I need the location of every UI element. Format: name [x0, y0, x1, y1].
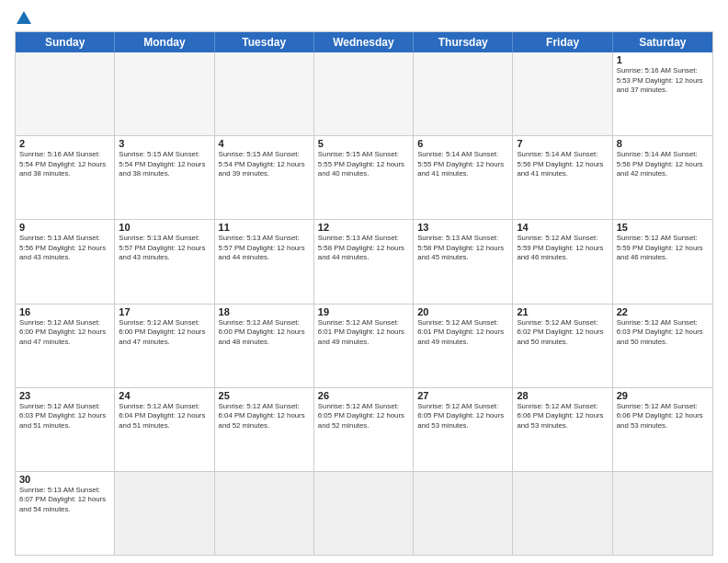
day-number: 17 [119, 306, 210, 317]
logo [15, 11, 31, 26]
day-info: Sunrise: 5:12 AM Sunset: 6:00 PM Dayligh… [19, 318, 110, 348]
day-info: Sunrise: 5:12 AM Sunset: 6:02 PM Dayligh… [517, 318, 608, 348]
day-number: 12 [318, 222, 409, 233]
calendar-cell-3-5: 13Sunrise: 5:13 AM Sunset: 5:58 PM Dayli… [414, 220, 513, 303]
calendar-cell-3-2: 10Sunrise: 5:13 AM Sunset: 5:57 PM Dayli… [115, 220, 214, 303]
calendar-cell-3-7: 15Sunrise: 5:12 AM Sunset: 5:59 PM Dayli… [613, 220, 712, 303]
day-number: 6 [417, 138, 508, 149]
day-number: 15 [617, 222, 709, 233]
day-number: 18 [219, 306, 310, 317]
day-info: Sunrise: 5:13 AM Sunset: 5:58 PM Dayligh… [318, 234, 409, 263]
calendar-cell-3-4: 12Sunrise: 5:13 AM Sunset: 5:58 PM Dayli… [314, 220, 414, 303]
calendar-cell-6-3 [215, 472, 314, 555]
day-info: Sunrise: 5:15 AM Sunset: 5:54 PM Dayligh… [219, 150, 310, 179]
calendar-cell-4-7: 22Sunrise: 5:12 AM Sunset: 6:03 PM Dayli… [613, 304, 712, 387]
day-number: 23 [19, 390, 110, 401]
calendar-cell-6-5 [414, 472, 513, 555]
calendar-cell-4-6: 21Sunrise: 5:12 AM Sunset: 6:02 PM Dayli… [513, 304, 612, 387]
day-info: Sunrise: 5:12 AM Sunset: 6:00 PM Dayligh… [119, 318, 210, 348]
day-number: 7 [517, 138, 608, 149]
day-number: 28 [517, 390, 608, 401]
day-info: Sunrise: 5:14 AM Sunset: 5:56 PM Dayligh… [617, 150, 709, 179]
calendar-cell-2-6: 7Sunrise: 5:14 AM Sunset: 5:56 PM Daylig… [513, 136, 612, 219]
calendar-week-5: 23Sunrise: 5:12 AM Sunset: 6:03 PM Dayli… [16, 388, 712, 472]
calendar-week-3: 9Sunrise: 5:13 AM Sunset: 5:56 PM Daylig… [16, 220, 712, 304]
day-number: 9 [19, 222, 110, 233]
day-info: Sunrise: 5:14 AM Sunset: 5:55 PM Dayligh… [417, 150, 508, 179]
day-info: Sunrise: 5:15 AM Sunset: 5:55 PM Dayligh… [318, 150, 409, 179]
day-info: Sunrise: 5:12 AM Sunset: 6:04 PM Dayligh… [119, 402, 210, 431]
day-info: Sunrise: 5:12 AM Sunset: 6:04 PM Dayligh… [219, 402, 310, 431]
day-number: 3 [119, 138, 210, 149]
calendar-header: SundayMondayTuesdayWednesdayThursdayFrid… [16, 32, 712, 52]
day-number: 26 [318, 390, 409, 401]
calendar-cell-4-3: 18Sunrise: 5:12 AM Sunset: 6:00 PM Dayli… [215, 304, 314, 387]
day-number: 14 [517, 222, 608, 233]
day-info: Sunrise: 5:15 AM Sunset: 5:54 PM Dayligh… [119, 150, 210, 179]
calendar-cell-2-1: 2Sunrise: 5:16 AM Sunset: 5:54 PM Daylig… [16, 136, 115, 219]
day-info: Sunrise: 5:12 AM Sunset: 6:03 PM Dayligh… [617, 318, 709, 348]
header-day-thursday: Thursday [414, 32, 513, 52]
calendar-cell-3-6: 14Sunrise: 5:12 AM Sunset: 5:59 PM Dayli… [513, 220, 612, 303]
calendar-body: 1Sunrise: 5:16 AM Sunset: 5:53 PM Daylig… [16, 52, 712, 555]
day-info: Sunrise: 5:13 AM Sunset: 5:56 PM Dayligh… [19, 234, 110, 263]
logo-triangle-icon [17, 11, 31, 24]
day-info: Sunrise: 5:14 AM Sunset: 5:56 PM Dayligh… [517, 150, 608, 179]
day-number: 1 [617, 54, 709, 65]
day-number: 21 [517, 306, 608, 317]
day-number: 5 [318, 138, 409, 149]
day-info: Sunrise: 5:13 AM Sunset: 5:57 PM Dayligh… [219, 234, 310, 263]
calendar-cell-1-7: 1Sunrise: 5:16 AM Sunset: 5:53 PM Daylig… [613, 52, 712, 135]
calendar-week-1: 1Sunrise: 5:16 AM Sunset: 5:53 PM Daylig… [16, 52, 712, 136]
day-number: 24 [119, 390, 210, 401]
day-info: Sunrise: 5:12 AM Sunset: 5:59 PM Dayligh… [517, 234, 608, 263]
header-day-friday: Friday [513, 32, 612, 52]
calendar-cell-1-4 [314, 52, 414, 135]
calendar-cell-4-2: 17Sunrise: 5:12 AM Sunset: 6:00 PM Dayli… [115, 304, 214, 387]
day-info: Sunrise: 5:12 AM Sunset: 6:01 PM Dayligh… [318, 318, 409, 348]
day-info: Sunrise: 5:12 AM Sunset: 6:01 PM Dayligh… [417, 318, 508, 348]
calendar-week-4: 16Sunrise: 5:12 AM Sunset: 6:00 PM Dayli… [16, 304, 712, 388]
day-info: Sunrise: 5:13 AM Sunset: 6:07 PM Dayligh… [19, 486, 110, 515]
calendar-cell-6-6 [513, 472, 612, 555]
calendar-cell-5-3: 25Sunrise: 5:12 AM Sunset: 6:04 PM Dayli… [215, 388, 314, 471]
day-info: Sunrise: 5:12 AM Sunset: 6:05 PM Dayligh… [417, 402, 508, 431]
header [15, 11, 713, 26]
calendar-cell-2-3: 4Sunrise: 5:15 AM Sunset: 5:54 PM Daylig… [215, 136, 314, 219]
calendar-week-6: 30Sunrise: 5:13 AM Sunset: 6:07 PM Dayli… [16, 472, 712, 555]
day-info: Sunrise: 5:12 AM Sunset: 6:06 PM Dayligh… [517, 402, 608, 431]
calendar-cell-5-6: 28Sunrise: 5:12 AM Sunset: 6:06 PM Dayli… [513, 388, 612, 471]
header-day-wednesday: Wednesday [314, 32, 414, 52]
calendar-week-2: 2Sunrise: 5:16 AM Sunset: 5:54 PM Daylig… [16, 136, 712, 220]
day-number: 19 [318, 306, 409, 317]
day-info: Sunrise: 5:12 AM Sunset: 6:06 PM Dayligh… [617, 402, 709, 431]
header-day-tuesday: Tuesday [215, 32, 314, 52]
calendar: SundayMondayTuesdayWednesdayThursdayFrid… [15, 31, 713, 556]
day-number: 2 [19, 138, 110, 149]
day-number: 16 [19, 306, 110, 317]
calendar-cell-1-2 [115, 52, 214, 135]
day-number: 22 [617, 306, 709, 317]
calendar-cell-4-4: 19Sunrise: 5:12 AM Sunset: 6:01 PM Dayli… [314, 304, 414, 387]
day-info: Sunrise: 5:13 AM Sunset: 5:57 PM Dayligh… [119, 234, 210, 263]
calendar-cell-4-1: 16Sunrise: 5:12 AM Sunset: 6:00 PM Dayli… [16, 304, 115, 387]
calendar-cell-5-2: 24Sunrise: 5:12 AM Sunset: 6:04 PM Dayli… [115, 388, 214, 471]
calendar-cell-3-1: 9Sunrise: 5:13 AM Sunset: 5:56 PM Daylig… [16, 220, 115, 303]
calendar-cell-1-1 [16, 52, 115, 135]
calendar-cell-1-3 [215, 52, 314, 135]
day-number: 11 [219, 222, 310, 233]
day-number: 4 [219, 138, 310, 149]
calendar-cell-2-5: 6Sunrise: 5:14 AM Sunset: 5:55 PM Daylig… [414, 136, 513, 219]
calendar-cell-3-3: 11Sunrise: 5:13 AM Sunset: 5:57 PM Dayli… [215, 220, 314, 303]
calendar-cell-6-7 [613, 472, 712, 555]
calendar-cell-1-5 [414, 52, 513, 135]
day-info: Sunrise: 5:12 AM Sunset: 6:05 PM Dayligh… [318, 402, 409, 431]
header-day-monday: Monday [115, 32, 214, 52]
day-number: 10 [119, 222, 210, 233]
day-info: Sunrise: 5:12 AM Sunset: 5:59 PM Dayligh… [617, 234, 709, 263]
day-number: 29 [617, 390, 709, 401]
calendar-cell-1-6 [513, 52, 612, 135]
calendar-cell-2-7: 8Sunrise: 5:14 AM Sunset: 5:56 PM Daylig… [613, 136, 712, 219]
calendar-cell-5-7: 29Sunrise: 5:12 AM Sunset: 6:06 PM Dayli… [613, 388, 712, 471]
day-number: 20 [417, 306, 508, 317]
